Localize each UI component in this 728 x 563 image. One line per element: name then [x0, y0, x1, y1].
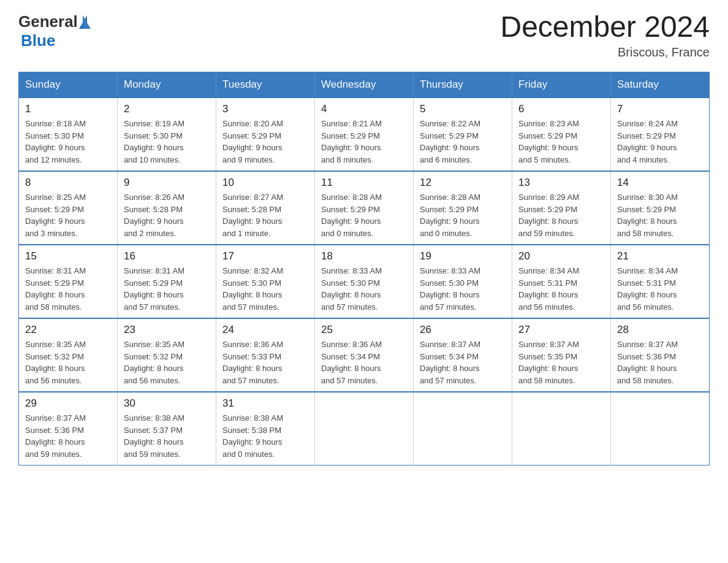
- calendar-cell: 4Sunrise: 8:21 AM Sunset: 5:29 PM Daylig…: [315, 98, 414, 171]
- calendar-cell: [315, 392, 414, 465]
- day-header-tuesday: Tuesday: [216, 72, 315, 98]
- calendar-cell: 25Sunrise: 8:36 AM Sunset: 5:34 PM Dayli…: [315, 318, 414, 392]
- calendar-cell: 23Sunrise: 8:35 AM Sunset: 5:32 PM Dayli…: [118, 318, 216, 392]
- day-info: Sunrise: 8:32 AM Sunset: 5:30 PM Dayligh…: [222, 265, 308, 313]
- days-header-row: SundayMondayTuesdayWednesdayThursdayFrid…: [19, 72, 710, 98]
- calendar-cell: 13Sunrise: 8:29 AM Sunset: 5:29 PM Dayli…: [512, 171, 611, 245]
- day-number: 11: [321, 177, 407, 189]
- day-number: 31: [222, 397, 308, 410]
- day-number: 5: [420, 103, 506, 115]
- calendar-cell: 27Sunrise: 8:37 AM Sunset: 5:35 PM Dayli…: [512, 318, 611, 392]
- day-number: 14: [617, 177, 703, 189]
- day-number: 23: [124, 324, 210, 336]
- calendar-cell: [512, 392, 611, 465]
- calendar-cell: 28Sunrise: 8:37 AM Sunset: 5:36 PM Dayli…: [611, 318, 710, 392]
- day-info: Sunrise: 8:33 AM Sunset: 5:30 PM Dayligh…: [420, 265, 506, 313]
- day-info: Sunrise: 8:38 AM Sunset: 5:37 PM Dayligh…: [124, 412, 210, 460]
- calendar-cell: 11Sunrise: 8:28 AM Sunset: 5:29 PM Dayli…: [315, 171, 414, 245]
- day-number: 8: [25, 177, 111, 189]
- calendar-cell: 26Sunrise: 8:37 AM Sunset: 5:34 PM Dayli…: [414, 318, 512, 392]
- day-number: 12: [420, 177, 506, 189]
- day-info: Sunrise: 8:33 AM Sunset: 5:30 PM Dayligh…: [321, 265, 407, 313]
- day-number: 17: [222, 250, 308, 262]
- calendar-cell: 14Sunrise: 8:30 AM Sunset: 5:29 PM Dayli…: [611, 171, 710, 245]
- calendar-cell: 21Sunrise: 8:34 AM Sunset: 5:31 PM Dayli…: [611, 245, 710, 318]
- day-number: 30: [124, 397, 210, 410]
- day-number: 25: [321, 324, 407, 336]
- calendar-cell: [611, 392, 710, 465]
- day-number: 20: [518, 250, 604, 262]
- day-header-monday: Monday: [118, 72, 216, 98]
- day-info: Sunrise: 8:22 AM Sunset: 5:29 PM Dayligh…: [420, 118, 506, 166]
- week-row-2: 8Sunrise: 8:25 AM Sunset: 5:29 PM Daylig…: [19, 171, 710, 245]
- calendar-cell: 2Sunrise: 8:19 AM Sunset: 5:30 PM Daylig…: [118, 98, 216, 171]
- day-number: 27: [518, 324, 604, 336]
- day-number: 4: [321, 103, 407, 115]
- calendar-cell: 24Sunrise: 8:36 AM Sunset: 5:33 PM Dayli…: [216, 318, 315, 392]
- day-number: 3: [222, 103, 308, 115]
- day-info: Sunrise: 8:37 AM Sunset: 5:34 PM Dayligh…: [420, 339, 506, 386]
- day-info: Sunrise: 8:35 AM Sunset: 5:32 PM Dayligh…: [25, 339, 111, 386]
- week-row-4: 22Sunrise: 8:35 AM Sunset: 5:32 PM Dayli…: [19, 318, 710, 392]
- day-info: Sunrise: 8:34 AM Sunset: 5:31 PM Dayligh…: [518, 265, 604, 313]
- day-number: 9: [124, 177, 210, 189]
- calendar-cell: 15Sunrise: 8:31 AM Sunset: 5:29 PM Dayli…: [19, 245, 118, 318]
- day-info: Sunrise: 8:18 AM Sunset: 5:30 PM Dayligh…: [25, 118, 111, 166]
- day-number: 16: [124, 250, 210, 262]
- day-header-sunday: Sunday: [19, 72, 118, 98]
- day-info: Sunrise: 8:23 AM Sunset: 5:29 PM Dayligh…: [518, 118, 604, 166]
- day-info: Sunrise: 8:30 AM Sunset: 5:29 PM Dayligh…: [617, 191, 703, 239]
- day-number: 18: [321, 250, 407, 262]
- day-number: 15: [25, 250, 111, 262]
- day-info: Sunrise: 8:25 AM Sunset: 5:29 PM Dayligh…: [25, 191, 111, 239]
- week-row-1: 1Sunrise: 8:18 AM Sunset: 5:30 PM Daylig…: [19, 98, 710, 171]
- day-info: Sunrise: 8:28 AM Sunset: 5:29 PM Dayligh…: [420, 191, 506, 239]
- calendar-cell: 5Sunrise: 8:22 AM Sunset: 5:29 PM Daylig…: [414, 98, 512, 171]
- calendar-cell: 20Sunrise: 8:34 AM Sunset: 5:31 PM Dayli…: [512, 245, 611, 318]
- calendar-cell: 1Sunrise: 8:18 AM Sunset: 5:30 PM Daylig…: [19, 98, 118, 171]
- calendar-cell: 22Sunrise: 8:35 AM Sunset: 5:32 PM Dayli…: [19, 318, 118, 392]
- day-info: Sunrise: 8:20 AM Sunset: 5:29 PM Dayligh…: [222, 118, 308, 166]
- day-number: 2: [124, 103, 210, 115]
- day-number: 29: [25, 397, 111, 410]
- logo-general-text: General: [18, 12, 78, 31]
- day-info: Sunrise: 8:26 AM Sunset: 5:28 PM Dayligh…: [124, 191, 210, 239]
- day-info: Sunrise: 8:34 AM Sunset: 5:31 PM Dayligh…: [617, 265, 703, 313]
- day-number: 21: [617, 250, 703, 262]
- calendar-cell: 10Sunrise: 8:27 AM Sunset: 5:28 PM Dayli…: [216, 171, 315, 245]
- day-number: 22: [25, 324, 111, 336]
- calendar-cell: 31Sunrise: 8:38 AM Sunset: 5:38 PM Dayli…: [216, 392, 315, 465]
- day-number: 13: [518, 177, 604, 189]
- day-info: Sunrise: 8:27 AM Sunset: 5:28 PM Dayligh…: [222, 191, 308, 239]
- calendar-cell: 16Sunrise: 8:31 AM Sunset: 5:29 PM Dayli…: [118, 245, 216, 318]
- day-number: 10: [222, 177, 308, 189]
- day-info: Sunrise: 8:37 AM Sunset: 5:36 PM Dayligh…: [617, 339, 703, 386]
- day-number: 24: [222, 324, 308, 336]
- day-info: Sunrise: 8:37 AM Sunset: 5:36 PM Dayligh…: [25, 412, 111, 460]
- day-info: Sunrise: 8:21 AM Sunset: 5:29 PM Dayligh…: [321, 118, 407, 166]
- day-number: 7: [617, 103, 703, 115]
- calendar-cell: [414, 392, 512, 465]
- day-number: 26: [420, 324, 506, 336]
- calendar-table: SundayMondayTuesdayWednesdayThursdayFrid…: [18, 72, 710, 465]
- day-info: Sunrise: 8:19 AM Sunset: 5:30 PM Dayligh…: [124, 118, 210, 166]
- day-info: Sunrise: 8:38 AM Sunset: 5:38 PM Dayligh…: [222, 412, 308, 460]
- calendar-cell: 12Sunrise: 8:28 AM Sunset: 5:29 PM Dayli…: [414, 171, 512, 245]
- calendar-cell: 17Sunrise: 8:32 AM Sunset: 5:30 PM Dayli…: [216, 245, 315, 318]
- calendar-cell: 7Sunrise: 8:24 AM Sunset: 5:29 PM Daylig…: [611, 98, 710, 171]
- calendar-cell: 19Sunrise: 8:33 AM Sunset: 5:30 PM Dayli…: [414, 245, 512, 318]
- calendar-cell: 18Sunrise: 8:33 AM Sunset: 5:30 PM Dayli…: [315, 245, 414, 318]
- calendar-cell: 9Sunrise: 8:26 AM Sunset: 5:28 PM Daylig…: [118, 171, 216, 245]
- week-row-3: 15Sunrise: 8:31 AM Sunset: 5:29 PM Dayli…: [19, 245, 710, 318]
- location: Briscous, France: [500, 45, 710, 59]
- logo: General Blue: [18, 12, 93, 50]
- logo-blue-text: Blue: [21, 31, 55, 50]
- day-info: Sunrise: 8:36 AM Sunset: 5:33 PM Dayligh…: [222, 339, 308, 386]
- week-row-5: 29Sunrise: 8:37 AM Sunset: 5:36 PM Dayli…: [19, 392, 710, 465]
- day-header-wednesday: Wednesday: [315, 72, 414, 98]
- calendar-cell: 6Sunrise: 8:23 AM Sunset: 5:29 PM Daylig…: [512, 98, 611, 171]
- day-info: Sunrise: 8:31 AM Sunset: 5:29 PM Dayligh…: [25, 265, 111, 313]
- title-section: December 2024 Briscous, France: [500, 12, 710, 59]
- day-header-thursday: Thursday: [414, 72, 512, 98]
- calendar-cell: 8Sunrise: 8:25 AM Sunset: 5:29 PM Daylig…: [19, 171, 118, 245]
